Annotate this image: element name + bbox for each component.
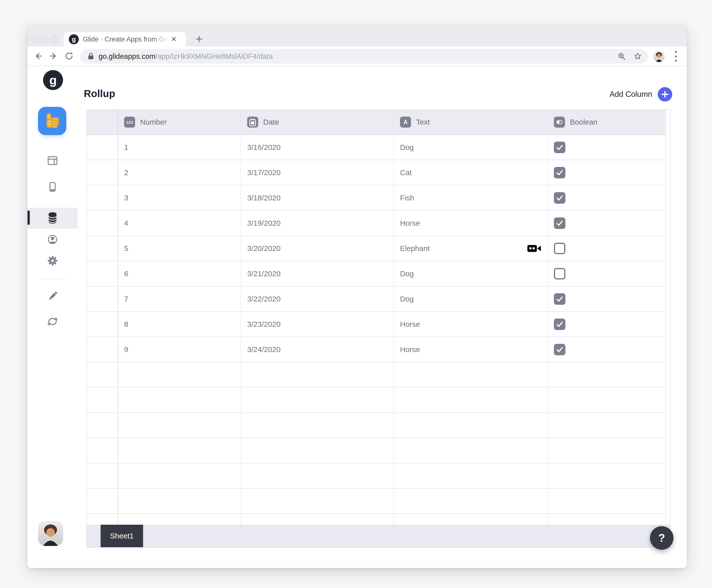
cell-date[interactable]	[241, 463, 394, 488]
cell-text[interactable]: Horse	[394, 337, 548, 362]
cell-boolean	[548, 185, 666, 210]
cell-number[interactable]: 4	[118, 211, 241, 235]
sidebar-item-sync[interactable]	[45, 314, 61, 330]
sidebar-item-data[interactable]	[45, 210, 61, 226]
column-header-number[interactable]: 123 Number	[118, 110, 241, 134]
cell-date[interactable]: 3/21/2020	[241, 261, 394, 286]
new-tab-button[interactable]	[195, 35, 203, 44]
cell-date[interactable]	[241, 362, 394, 387]
boolean-checkbox[interactable]	[554, 318, 565, 330]
cell-boolean[interactable]	[548, 387, 666, 412]
cell-text[interactable]: Dog	[394, 287, 548, 311]
bookmark-star-icon[interactable]	[633, 52, 642, 61]
boolean-checkbox[interactable]	[554, 192, 565, 204]
sidebar-item-edit[interactable]	[45, 288, 61, 304]
cell-number[interactable]: 1	[118, 135, 241, 160]
tab-close-icon[interactable]: ✕	[171, 36, 177, 43]
back-button[interactable]	[33, 51, 43, 61]
cell-date[interactable]: 3/22/2020	[241, 287, 394, 311]
boolean-checkbox[interactable]	[554, 243, 565, 254]
app-thumbnail-thumbs-up-icon[interactable]	[38, 107, 66, 135]
glide-logo[interactable]: g	[43, 70, 63, 90]
cell-number[interactable]: 2	[118, 160, 241, 185]
cell-boolean[interactable]	[548, 463, 666, 488]
cell-number[interactable]: 5	[118, 236, 241, 261]
cell-boolean[interactable]	[548, 362, 666, 387]
boolean-checkbox[interactable]	[554, 268, 565, 279]
cell-text[interactable]	[394, 463, 548, 488]
column-header-text[interactable]: A Text	[394, 110, 548, 134]
boolean-checkbox[interactable]	[554, 293, 565, 305]
reload-button[interactable]	[64, 51, 74, 61]
zoom-page-icon[interactable]	[618, 52, 626, 61]
cell-date[interactable]: 3/16/2020	[241, 135, 394, 160]
cell-boolean	[548, 211, 666, 235]
cell-text[interactable]: Horse	[394, 312, 548, 337]
url-bar[interactable]: go.glideapps.com/app/IzHk9XMNGHe8MslAiDF…	[80, 49, 648, 64]
cell-date[interactable]: 3/24/2020	[241, 337, 394, 362]
user-avatar[interactable]	[38, 521, 63, 546]
cell-boolean[interactable]	[548, 514, 666, 525]
help-button[interactable]: ?	[650, 526, 673, 550]
browser-menu-icon[interactable]	[674, 51, 677, 62]
cell-date[interactable]: 3/23/2020	[241, 312, 394, 337]
cell-date[interactable]	[241, 438, 394, 463]
cell-number[interactable]: 6	[118, 261, 241, 286]
cell-text[interactable]: Elephant	[394, 236, 548, 261]
cell-text[interactable]	[394, 413, 548, 438]
cell-text[interactable]	[394, 489, 548, 513]
cell-date[interactable]: 3/20/2020	[241, 236, 394, 261]
cell-text[interactable]: Cat	[394, 160, 548, 185]
cell-date[interactable]: 3/18/2020	[241, 185, 394, 210]
cell-text[interactable]	[394, 387, 548, 412]
browser-profile-avatar[interactable]	[653, 50, 665, 62]
row-gutter	[87, 463, 118, 488]
cell-number[interactable]: 9	[118, 337, 241, 362]
forward-button[interactable]	[48, 51, 59, 61]
sidebar-item-settings[interactable]	[45, 253, 61, 269]
boolean-checkbox[interactable]	[554, 167, 565, 178]
cell-date[interactable]	[241, 514, 394, 525]
app-content: g	[27, 67, 687, 568]
cell-boolean[interactable]	[548, 438, 666, 463]
cell-text[interactable]: Dog	[394, 135, 548, 160]
cell-date[interactable]	[241, 413, 394, 438]
sidebar-item-phone-preview[interactable]	[45, 179, 61, 195]
cell-text[interactable]	[394, 362, 548, 387]
minimize-window-button[interactable]	[41, 35, 49, 43]
cell-text[interactable]: Dog	[394, 261, 548, 286]
table-scrollbar-track[interactable]	[666, 110, 670, 525]
browser-tab[interactable]: g Glide · Create Apps from Google ✕	[64, 32, 186, 46]
close-window-button[interactable]	[31, 35, 39, 43]
column-header-date[interactable]: Date	[241, 110, 394, 134]
cell-number[interactable]	[118, 438, 241, 463]
cell-date[interactable]: 3/19/2020	[241, 211, 394, 235]
cell-text[interactable]	[394, 514, 548, 525]
add-column-button[interactable]	[658, 87, 672, 102]
cell-text[interactable]	[394, 438, 548, 463]
cell-number[interactable]: 3	[118, 185, 241, 210]
boolean-checkbox[interactable]	[554, 142, 565, 153]
cell-number[interactable]	[118, 489, 241, 513]
zoom-window-button[interactable]	[50, 35, 59, 43]
cell-number[interactable]	[118, 514, 241, 525]
cell-date[interactable]: 3/17/2020	[241, 160, 394, 185]
sheet-tab[interactable]: Sheet1	[101, 525, 143, 547]
column-header-boolean[interactable]: Boolean	[548, 110, 666, 134]
cell-number[interactable]	[118, 387, 241, 412]
cell-boolean[interactable]	[548, 413, 666, 438]
sidebar-item-users[interactable]	[45, 231, 61, 248]
sidebar-item-layout[interactable]	[45, 153, 61, 169]
boolean-checkbox[interactable]	[554, 344, 565, 355]
cell-number[interactable]: 8	[118, 312, 241, 337]
cell-date[interactable]	[241, 387, 394, 412]
cell-text[interactable]: Horse	[394, 211, 548, 235]
cell-text[interactable]: Fish	[394, 185, 548, 210]
cell-number[interactable]	[118, 362, 241, 387]
cell-number[interactable]	[118, 413, 241, 438]
cell-number[interactable]	[118, 463, 241, 488]
cell-boolean[interactable]	[548, 489, 666, 513]
cell-number[interactable]: 7	[118, 287, 241, 311]
boolean-checkbox[interactable]	[554, 217, 565, 229]
cell-date[interactable]	[241, 489, 394, 513]
